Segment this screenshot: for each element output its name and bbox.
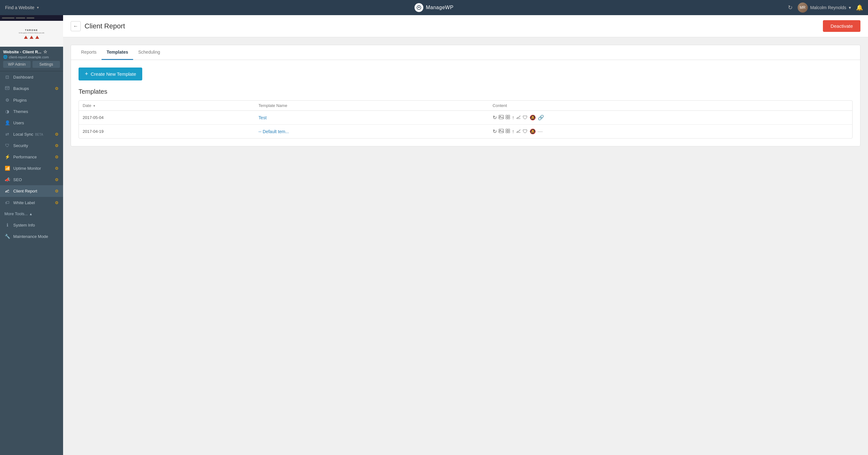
svg-rect-6 [499, 115, 503, 119]
tab-content-templates: + Create New Template Templates Date ▾ [71, 60, 860, 146]
sidebar-navigation: ⊡ Dashboard Backups ⚙ ⚙ Plugins [0, 71, 63, 455]
date-header-text: Date [83, 103, 91, 108]
content-area: ← Client Report Deactivate Reports Templ… [63, 15, 868, 455]
favorite-star-icon[interactable]: ☆ [43, 49, 47, 54]
sidebar-item-white-label[interactable]: 🏷 White Label ⚙ [0, 197, 63, 208]
backups-gear-icon[interactable]: ⚙ [55, 86, 59, 91]
page-header: ← Client Report Deactivate [63, 15, 868, 37]
site-url-row: 🌐 client-report.example.com [3, 55, 60, 59]
row1-icon-grid [505, 115, 510, 121]
main-layout: THRONE In the game of throne theme you w… [0, 15, 868, 455]
find-website-dropdown[interactable]: Find a Website ▾ [5, 5, 39, 10]
system-info-icon: ℹ [4, 222, 10, 228]
seo-gear-icon[interactable]: ⚙ [55, 177, 59, 182]
row2-content-icons: ↻ ↑ [493, 128, 848, 134]
globe-icon: 🌐 [3, 55, 7, 59]
sidebar-label-performance: Performance [13, 155, 37, 159]
row1-content: ↻ ↑ [489, 111, 852, 125]
local-sync-gear-icon[interactable]: ⚙ [55, 132, 59, 136]
sidebar-label-security: Security [13, 143, 28, 148]
row1-icon-mute: 🔕 [530, 115, 536, 121]
row2-name: -- Default tem... [255, 125, 489, 139]
svg-rect-13 [499, 129, 503, 133]
nav-right-area: ↻ MR Malcolm Reynolds ▾ 🔔 [788, 2, 863, 12]
sidebar-item-client-report[interactable]: Client Report ⚙ [0, 185, 63, 197]
sidebar-label-uptime: Uptime Monitor [13, 166, 41, 171]
security-gear-icon[interactable]: ⚙ [55, 143, 59, 148]
refresh-icon[interactable]: ↻ [788, 4, 793, 11]
sidebar-label-users: Users [13, 121, 24, 125]
sidebar-label-client-report: Client Report [13, 189, 37, 193]
uptime-icon: 📶 [4, 166, 10, 171]
sort-arrow-icon: ▾ [93, 104, 95, 108]
row2-icon-mute: 🔕 [530, 128, 536, 134]
sidebar-item-seo[interactable]: 📣 SEO ⚙ [0, 174, 63, 185]
white-label-gear-icon[interactable]: ⚙ [55, 200, 59, 205]
create-new-template-button[interactable]: + Create New Template [79, 67, 142, 81]
templates-section: Templates Date ▾ Template [79, 88, 852, 139]
page-title: Client Report [85, 22, 125, 30]
sidebar-item-uptime-monitor[interactable]: 📶 Uptime Monitor ⚙ [0, 162, 63, 174]
row1-date: 2017-05-04 [79, 111, 255, 125]
sidebar-item-dashboard[interactable]: ⊡ Dashboard [0, 71, 63, 83]
row1-icon-upload: ↑ [512, 115, 515, 121]
logo-text: ManageWP [426, 5, 454, 10]
row1-template-link[interactable]: Test [259, 115, 267, 120]
svg-rect-11 [508, 117, 510, 119]
sidebar-label-local-sync: Local Sync BETA [13, 132, 43, 136]
uptime-gear-icon[interactable]: ⚙ [55, 166, 59, 171]
svg-rect-18 [508, 131, 510, 133]
row2-icon-shield: 🛡 [523, 129, 528, 134]
row1-content-icons: ↻ ↑ [493, 115, 848, 121]
sidebar-item-users[interactable]: 👤 Users [0, 117, 63, 128]
svg-point-1 [418, 7, 420, 8]
more-tools-toggle[interactable]: More Tools... ▲ [0, 208, 63, 219]
row2-icon-image [499, 129, 504, 134]
tab-templates[interactable]: Templates [101, 45, 133, 60]
row2-template-link[interactable]: -- Default tem... [259, 129, 289, 134]
sidebar-item-plugins[interactable]: ⚙ Plugins [0, 94, 63, 106]
users-icon: 👤 [4, 120, 10, 125]
sidebar-item-themes[interactable]: ◑ Themes [0, 106, 63, 117]
notification-bell-icon[interactable]: 🔔 [856, 4, 863, 11]
templates-heading: Templates [79, 88, 852, 95]
deactivate-button[interactable]: Deactivate [823, 20, 861, 32]
find-website-label: Find a Website [5, 5, 34, 10]
client-report-gear-icon[interactable]: ⚙ [55, 189, 59, 193]
security-icon: 🛡 [4, 143, 10, 148]
sidebar-item-maintenance-mode[interactable]: 🔧 Maintenance Mode [0, 231, 63, 242]
svg-rect-9 [508, 115, 510, 117]
row2-icon-grid [505, 129, 510, 134]
tab-bar: Reports Templates Scheduling [71, 45, 860, 60]
user-menu[interactable]: MR Malcolm Reynolds ▾ [798, 2, 851, 12]
tab-reports[interactable]: Reports [76, 45, 101, 60]
settings-button[interactable]: Settings [32, 61, 60, 68]
sidebar-item-security[interactable]: 🛡 Security ⚙ [0, 140, 63, 151]
performance-gear-icon[interactable]: ⚙ [55, 155, 59, 159]
tab-scheduling[interactable]: Scheduling [133, 45, 165, 60]
local-sync-icon: ⇄ [4, 131, 10, 136]
site-info: Website - Client R... ☆ 🌐 client-report.… [0, 47, 63, 61]
sidebar-item-system-info[interactable]: ℹ System Info [0, 219, 63, 231]
svg-rect-10 [506, 117, 507, 119]
sidebar-item-performance[interactable]: ⚡ Performance ⚙ [0, 151, 63, 162]
sidebar-label-seo: SEO [13, 177, 22, 182]
template-name-header-text: Template Name [259, 103, 287, 108]
client-report-icon [4, 188, 10, 194]
date-column-header[interactable]: Date ▾ [79, 101, 255, 111]
site-actions: WP Admin Settings [0, 61, 63, 71]
sidebar-item-backups[interactable]: Backups ⚙ [0, 83, 63, 94]
wp-admin-button[interactable]: WP Admin [3, 61, 31, 68]
table-header: Date ▾ Template Name Content [79, 101, 852, 111]
row1-icon-chart [516, 115, 521, 121]
svg-rect-8 [506, 115, 507, 117]
plugins-icon: ⚙ [4, 97, 10, 102]
white-label-icon: 🏷 [4, 200, 10, 205]
row1-icon-image [499, 115, 504, 121]
sidebar-label-backups: Backups [13, 86, 29, 91]
templates-table: Date ▾ Template Name Content [79, 101, 852, 138]
sidebar-item-local-sync[interactable]: ⇄ Local Sync BETA ⚙ [0, 128, 63, 140]
back-button[interactable]: ← [71, 21, 81, 31]
maintenance-icon: 🔧 [4, 234, 10, 239]
sidebar-label-maintenance: Maintenance Mode [13, 234, 48, 239]
